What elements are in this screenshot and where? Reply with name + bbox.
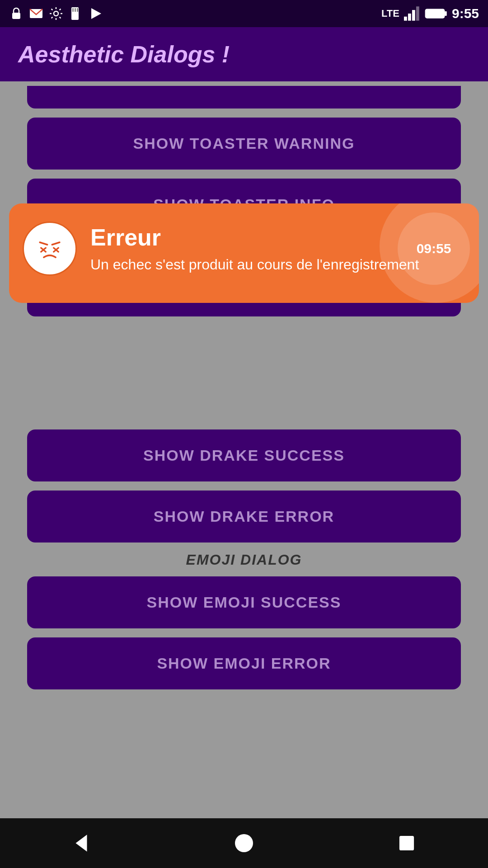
recents-button[interactable] [389, 825, 425, 861]
lte-label: LTE [381, 8, 399, 19]
settings-icon [49, 6, 63, 21]
toast-circle-decoration-small: 09:55 [398, 212, 470, 285]
toast-time: 09:55 [417, 241, 451, 256]
btn-row-drake-error: SHOW DRAKE ERROR [27, 491, 461, 542]
toast-container: 09:55 Erreur Un ech [9, 203, 479, 303]
svg-rect-0 [12, 13, 20, 19]
back-button[interactable] [63, 825, 99, 861]
status-time: 9:55 [452, 6, 479, 21]
svg-point-2 [54, 11, 58, 16]
home-button[interactable] [226, 825, 262, 861]
partial-top-button [27, 86, 461, 108]
svg-rect-8 [404, 17, 407, 21]
svg-rect-14 [445, 11, 447, 16]
btn-row-emoji-error: SHOW EMOJI ERROR [27, 637, 461, 689]
lock-icon [9, 6, 23, 21]
app-title: Aesthetic Dialogs ! [18, 41, 230, 68]
app-bar: Aesthetic Dialogs ! [0, 27, 488, 81]
toast-icon-circle [23, 222, 77, 276]
show-drake-success-button[interactable]: SHOW DRAKE SUCCESS [27, 429, 461, 481]
sd-card-icon [69, 6, 83, 21]
status-icons-left [9, 6, 103, 21]
svg-rect-13 [426, 9, 443, 18]
toast-notification: 09:55 Erreur Un ech [9, 203, 479, 303]
svg-line-15 [40, 242, 47, 245]
bottom-nav [0, 818, 488, 868]
show-emoji-success-button[interactable]: SHOW EMOJI SUCCESS [27, 576, 461, 628]
svg-marker-7 [91, 8, 101, 19]
svg-rect-9 [408, 14, 411, 21]
status-icons-right: LTE 9:55 [381, 6, 479, 21]
back-icon [70, 832, 93, 854]
home-icon [233, 832, 255, 854]
main-content: SHOW TOASTER WARNING SHOW TOASTER INFO E… [0, 81, 488, 818]
battery-icon [425, 7, 447, 20]
svg-rect-23 [399, 836, 414, 850]
btn-row-drake-success: SHOW DRAKE SUCCESS [27, 429, 461, 481]
toast-spacer [27, 326, 461, 429]
svg-rect-6 [77, 8, 78, 12]
svg-rect-11 [416, 6, 419, 21]
status-bar: LTE 9:55 [0, 0, 488, 27]
svg-marker-21 [76, 835, 87, 852]
svg-rect-10 [412, 10, 415, 21]
show-emoji-error-button[interactable]: SHOW EMOJI ERROR [27, 637, 461, 689]
recents-icon [396, 833, 417, 854]
show-toaster-warning-button[interactable]: SHOW TOASTER WARNING [27, 118, 461, 170]
svg-line-16 [52, 242, 60, 245]
show-drake-error-button[interactable]: SHOW DRAKE ERROR [27, 491, 461, 542]
btn-row-emoji-success: SHOW EMOJI SUCCESS [27, 576, 461, 628]
svg-point-22 [235, 834, 253, 852]
play-icon [89, 6, 103, 21]
emoji-dialog-section-label: EMOJI DIALOG [27, 552, 461, 568]
svg-rect-4 [72, 8, 74, 12]
svg-rect-5 [75, 8, 76, 12]
signal-icon [404, 6, 420, 21]
btn-row-toaster-warning: SHOW TOASTER WARNING [27, 118, 461, 170]
gmail-icon [29, 6, 43, 21]
toast-face-icon [34, 233, 66, 264]
